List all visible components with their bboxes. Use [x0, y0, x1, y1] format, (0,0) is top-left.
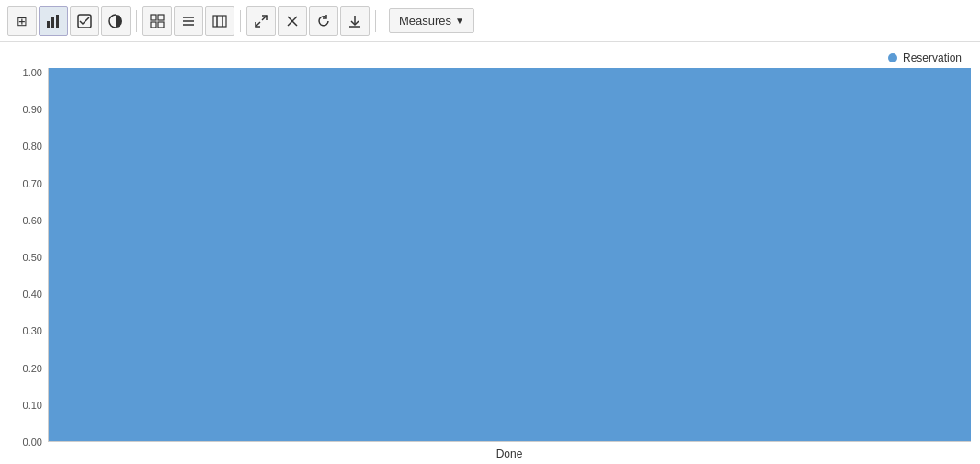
y-label-1.00: 1.00 [9, 68, 42, 78]
grid-icon [150, 14, 165, 28]
svg-rect-2 [56, 15, 59, 28]
measures-label: Measures [399, 14, 451, 28]
chart-legend: Reservation [9, 51, 971, 68]
separator-3 [375, 10, 376, 32]
y-label-0.90: 0.90 [9, 105, 42, 115]
svg-rect-13 [213, 16, 226, 27]
checkmark-icon-button[interactable] [70, 6, 99, 36]
columns-icon-button[interactable] [205, 6, 234, 36]
dropdown-caret-icon: ▼ [455, 16, 464, 26]
y-label-0.50: 0.50 [9, 253, 42, 263]
bar-reservation [49, 68, 971, 441]
close-x-icon [285, 14, 300, 28]
close-x-icon-button[interactable] [278, 6, 307, 36]
legend-label-reservation: Reservation [903, 51, 962, 64]
y-label-0.00: 0.00 [9, 437, 42, 447]
svg-rect-0 [47, 21, 50, 28]
x-axis: Done [48, 442, 971, 464]
svg-rect-1 [51, 17, 54, 28]
y-label-0.60: 0.60 [9, 216, 42, 226]
checkmark-icon [77, 14, 92, 28]
y-label-0.80: 0.80 [9, 141, 42, 152]
refresh-icon [316, 14, 331, 28]
download-icon-button[interactable] [340, 6, 370, 36]
chart-plot: Done [48, 68, 971, 464]
expand-icon-button[interactable] [246, 6, 276, 36]
x-axis-label-done: Done [496, 447, 523, 460]
svg-rect-5 [158, 15, 164, 20]
columns-icon [212, 14, 227, 28]
half-circle-icon-button[interactable] [101, 6, 131, 36]
y-axis: 1.00 0.90 0.80 0.70 0.60 0.50 0.40 0.30 … [9, 68, 48, 464]
y-label-0.20: 0.20 [9, 364, 42, 374]
bar-chart-icon [46, 14, 61, 28]
chart-container: Reservation 1.00 0.90 0.80 0.70 0.60 0.5… [0, 42, 980, 464]
toolbar: ⊞ [0, 0, 980, 42]
chart-body: 1.00 0.90 0.80 0.70 0.60 0.50 0.40 0.30 … [9, 68, 971, 464]
download-icon [348, 14, 362, 28]
svg-rect-6 [151, 22, 156, 28]
bar-chart-icon-button[interactable] [39, 6, 68, 36]
half-circle-icon [108, 14, 123, 28]
table-icon-button[interactable]: ⊞ [7, 6, 37, 36]
separator-1 [136, 10, 137, 32]
expand-icon [254, 14, 268, 28]
measures-dropdown-button[interactable]: Measures ▼ [389, 8, 474, 33]
y-label-0.10: 0.10 [9, 401, 42, 411]
legend-dot-reservation [888, 53, 897, 62]
grid-icon-button[interactable] [142, 6, 172, 36]
list-icon-button[interactable] [174, 6, 203, 36]
y-label-0.40: 0.40 [9, 289, 42, 300]
svg-rect-7 [158, 22, 164, 28]
refresh-icon-button[interactable] [309, 6, 338, 36]
separator-2 [240, 10, 241, 32]
y-label-0.70: 0.70 [9, 179, 42, 189]
grid-area [48, 68, 971, 442]
y-label-0.30: 0.30 [9, 326, 42, 336]
svg-rect-4 [151, 15, 156, 20]
list-icon [181, 14, 196, 28]
